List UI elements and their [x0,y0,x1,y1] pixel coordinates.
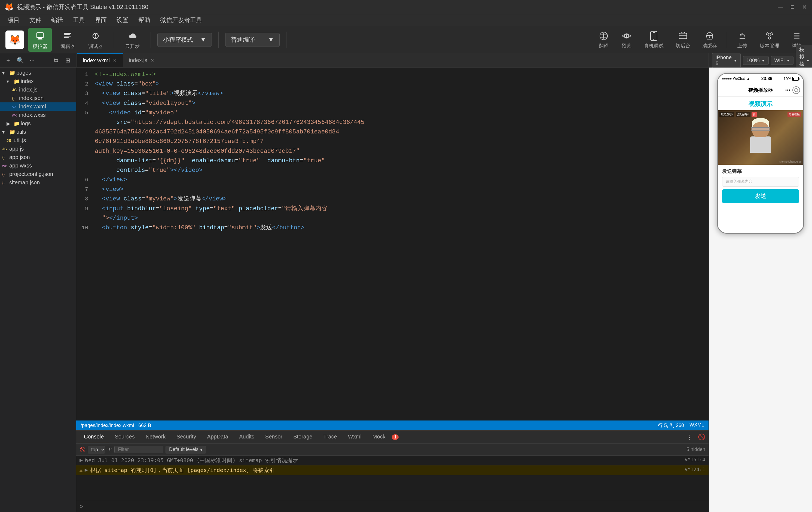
console-clear-icon[interactable]: 🚫 [80,447,86,453]
sidebar-item-index-js[interactable]: JS index.js [0,86,76,94]
close-button[interactable]: ✕ [801,4,808,10]
expand-icon[interactable]: ▶ [85,466,88,473]
sidebar-item-app-json[interactable]: {} app.json [0,153,76,162]
tab-close-index-js[interactable]: ✕ [149,57,155,63]
layout-button[interactable]: ⊞ [63,56,73,65]
tab-close-index-wxml[interactable]: ✕ [112,57,118,64]
menu-file[interactable]: 文件 [25,15,46,25]
sidebar-item-index-json[interactable]: {} index.json [0,94,76,103]
console-tab-wxml[interactable]: Wxml [343,431,367,444]
console-content: ▶ Wed Jul 01 2020 23:39:05 GMT+0800 (中国标… [76,456,708,501]
top-level-dropdown[interactable]: top [88,446,105,453]
tab-index-js[interactable]: index.js ✕ [123,53,161,67]
danmu-send-button[interactable]: 发送 [722,189,799,203]
menu-project[interactable]: 项目 [3,15,24,25]
preview-button[interactable]: 预览 [617,29,636,51]
console-options-button[interactable]: ⋮ [685,432,694,442]
console-tab-trace[interactable]: Trace [318,431,342,444]
more-options-button[interactable]: ··· [27,56,37,65]
main-layout: + 🔍 ··· ⇆ ⊞ ▾ 📁 pages ▾ 📁 index JS index… [0,53,812,512]
index-wxss-label: index.wxss [19,112,74,118]
danmu-input-display[interactable]: 请输入弹幕内容 [722,177,799,187]
expand-icon[interactable]: ▶ [80,457,83,463]
console-tab-audits[interactable]: Audits [234,431,260,444]
device-dropdown[interactable]: iPhone 5 ▼ [712,53,741,68]
real-device-button[interactable]: 真机调试 [640,29,668,51]
add-file-button[interactable]: + [3,56,13,65]
cloud-button[interactable]: 云开发 [121,28,144,52]
console-tab-mock[interactable]: Mock [367,431,391,444]
iphone-video-area[interactable]: 鹿晗好帅 鹿晗好帅 肯 好看视频 [718,110,803,165]
console-clear-button[interactable]: 🚫 [697,432,706,442]
sidebar-item-util-js[interactable]: JS util.js [0,136,76,145]
minimize-button[interactable]: — [777,4,784,10]
sidebar-item-pages[interactable]: ▾ 📁 pages [0,68,76,77]
svg-rect-3 [64,33,71,34]
console-tab-appdata[interactable]: AppData [202,431,234,444]
console-tab-sources[interactable]: Sources [109,431,140,444]
version-mgmt-button[interactable]: 版本管理 [755,29,784,51]
details-icon [791,30,802,41]
sidebar-item-index-wxss[interactable]: wx index.wxss [0,111,76,119]
code-editor[interactable]: 1 <!--index.wxml--> 2 <view class="box">… [76,67,708,421]
upload-button[interactable]: 上传 [732,29,752,51]
svg-point-20 [766,33,768,35]
menu-interface[interactable]: 界面 [90,15,111,25]
code-line-5c: 46855764a7543/d92ac4702d245104050694ae6f… [76,127,708,137]
debugger-label: 调试器 [88,43,103,50]
file-path: /pages/index/index.wxml [81,423,134,428]
zoom-dropdown-arrow: ▼ [761,58,765,63]
title-bar: 🦊 视频演示 - 微信开发者工具 Stable v1.02.1911180 — … [0,0,812,14]
console-panel: Console Sources Network Security AppData… [76,430,708,512]
mini-program-mode-dropdown[interactable]: 小程序模式 ▼ [157,33,212,47]
menu-tools[interactable]: 工具 [68,15,89,25]
simulator-button[interactable]: 模拟器 [28,28,52,52]
sidebar-item-index-wxml[interactable]: <> index.wxml [0,103,76,111]
maximize-button[interactable]: □ [789,4,796,10]
zoom-dropdown[interactable]: 100% ▼ [743,56,768,65]
menu-settings[interactable]: 设置 [112,15,133,25]
sidebar-item-app-js[interactable]: JS app.js [0,145,76,153]
default-levels-button[interactable]: Default levels ▾ [166,446,206,453]
compile-mode-label: 普通编译 [231,36,255,44]
json-file-icon: {} [2,180,8,185]
menu-wechat-devtools[interactable]: 微信开发者工具 [156,15,206,25]
code-line-7: 7 <view> [76,184,708,194]
menu-help[interactable]: 帮助 [134,15,155,25]
filter-input[interactable] [114,446,164,453]
status-bar: /pages/index/index.wxml 662 B 行 5, 列 260… [76,421,708,430]
editor-button[interactable]: 编辑器 [56,28,80,52]
translate-button[interactable]: 翻译 [594,29,613,51]
collapse-button[interactable]: ⇆ [51,56,61,65]
console-tab-network[interactable]: Network [140,431,171,444]
search-files-button[interactable]: 🔍 [15,56,25,65]
nav-dots-icon[interactable]: ••• [785,88,791,93]
console-input[interactable] [86,503,705,510]
nav-circle-btn[interactable] [792,86,800,94]
expand-icon: ▶ [6,121,12,126]
error-count-badge: 1 [392,434,399,440]
sidebar-item-project-config[interactable]: {} project.config.json [0,170,76,178]
title-bar-controls: — □ ✕ [777,4,808,10]
console-tab-console[interactable]: Console [79,431,109,444]
console-tab-storage[interactable]: Storage [288,431,318,444]
sidebar-item-app-wxss[interactable]: wx app.wxss [0,162,76,170]
sidebar-item-logs[interactable]: ▶ 📁 logs [0,119,76,128]
svg-rect-5 [64,36,71,36]
file-tree: ▾ 📁 pages ▾ 📁 index JS index.js {} index… [0,67,76,512]
sidebar-item-index[interactable]: ▾ 📁 index [0,77,76,86]
network-dropdown[interactable]: WiFi ▼ [771,56,794,65]
console-tab-sensor[interactable]: Sensor [260,431,288,444]
sidebar-item-sitemap[interactable]: {} sitemap.json [0,178,76,187]
editor-tab-bar: index.wxml ✕ index.js ✕ [76,53,708,67]
debugger-button[interactable]: 调试器 [84,28,107,52]
backend-button[interactable]: 切后台 [671,29,695,51]
index-wxml-label: index.wxml [19,104,74,110]
sidebar-item-utils[interactable]: ▾ 📁 utils [0,128,76,136]
menu-edit[interactable]: 编辑 [47,15,67,25]
tab-index-wxml[interactable]: index.wxml ✕ [77,53,123,67]
toolbar-separator-4 [286,32,287,48]
compile-mode-dropdown[interactable]: 普通编译 ▼ [225,33,280,47]
console-tab-security[interactable]: Security [171,431,202,444]
clear-cache-button[interactable]: 清缓存 [698,29,721,51]
